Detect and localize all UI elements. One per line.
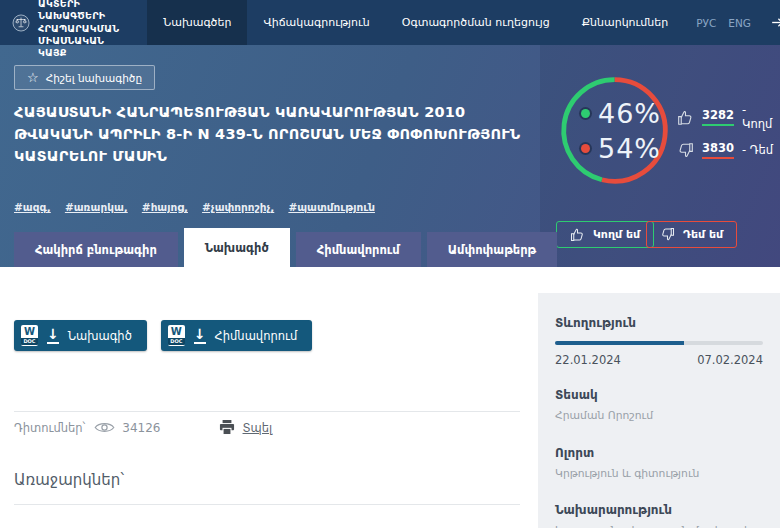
- against-percent: 54%: [598, 133, 661, 164]
- divider: [14, 504, 520, 505]
- tab-justification[interactable]: Հիմնավորում: [296, 232, 421, 267]
- nav-item-user-guide[interactable]: Օգտագործման ուղեցույց: [386, 0, 566, 45]
- vote-donut-chart: 46% 54%: [557, 73, 672, 188]
- for-dot-icon: [581, 109, 590, 118]
- thumb-down-icon: [660, 227, 675, 242]
- lang-rus[interactable]: РУС: [696, 17, 716, 29]
- views-print-row: Դիտումներ՝ 34126 Տպել: [14, 420, 272, 435]
- language-switcher: РУС ENG: [684, 0, 763, 45]
- vote-against-label: Դեմ եմ: [683, 228, 723, 241]
- against-votes-stat: 3830 - Դեմ: [677, 141, 773, 159]
- word-doc-icon: W DOC: [21, 325, 38, 346]
- type-value: Հրաման Որոշում: [555, 408, 763, 425]
- draft-title: ՀԱՅԱՍՏԱՆԻ ՀԱՆՐԱՊԵՏՈՒԹՅԱՆ ԿԱՌԱՎԱՐՈՒԹՅԱՆ 2…: [14, 102, 522, 167]
- hashtag[interactable]: #չափորոշիչ,: [202, 201, 274, 213]
- duration-label: Տևողություն: [555, 316, 763, 330]
- vote-for-button[interactable]: Կողմ եմ: [556, 221, 654, 248]
- details-sidebar: Տևողություն 22.01.2024 07.02.2024 Տեսակ …: [538, 293, 780, 528]
- download-justification-label: Հիմնավորում: [215, 329, 298, 343]
- download-draft-label: Նախագիծ: [68, 329, 132, 343]
- hashtag[interactable]: #առարկա,: [65, 201, 128, 213]
- download-icon: ↓: [47, 327, 59, 344]
- star-icon: ☆: [27, 71, 39, 84]
- print-button[interactable]: Տպել: [219, 420, 273, 435]
- hashtag-list: #ազգ, #առարկա, #հայոց, #չափորոշիչ, #պատմ…: [14, 196, 384, 215]
- header: ԻՐԱՎԱԿԱՆ ԱԿՏԵՐԻ ՆԱԽԱԳԾԵՐԻ ՀՐԱՊԱՐԱԿՄԱՆ ՄԻ…: [0, 0, 780, 45]
- divider: [14, 411, 520, 412]
- thumb-up-icon: [677, 109, 694, 126]
- voting-panel: 46% 54% 3282 - Կողմ: [540, 45, 780, 267]
- for-votes-stat: 3282 - Կողմ: [677, 103, 780, 131]
- duration-progress-bar: [555, 341, 763, 345]
- hero-banner: ☆ Հիշել նախագիծը ՀԱՅԱՍՏԱՆԻ ՀԱՆՐԱՊԵՏՈՒԹՅԱ…: [0, 45, 780, 267]
- for-percent-row: 46%: [581, 98, 672, 129]
- coat-of-arms-icon: [12, 6, 30, 40]
- print-label: Տպել: [243, 421, 273, 435]
- sector-label: Ոլորտ: [555, 446, 763, 460]
- nav-item-drafts[interactable]: Նախագծեր: [147, 0, 247, 45]
- against-dot-icon: [581, 144, 590, 153]
- ministry-value: Կրթության, գիտության,մշակույթի և սպորտի …: [555, 523, 763, 528]
- against-count-link[interactable]: 3830: [702, 141, 734, 159]
- site-logo[interactable]: ԻՐԱՎԱԿԱՆ ԱԿՏԵՐԻ ՆԱԽԱԳԾԵՐԻ ՀՐԱՊԱՐԱԿՄԱՆ ՄԻ…: [0, 0, 147, 45]
- download-buttons: W DOC ↓ Նախագիծ W DOC ↓ Հիմնավորում: [14, 320, 312, 351]
- for-count-link[interactable]: 3282: [702, 108, 734, 126]
- type-label: Տեսակ: [555, 388, 763, 402]
- document-tabs: Հակիրճ բնութագիր Նախագիծ Հիմնավորում Ամփ…: [14, 228, 557, 267]
- tab-draft[interactable]: Նախագիծ: [184, 228, 290, 267]
- sector-value: Կրթություն և գիտություն: [555, 466, 763, 483]
- tab-brief-description[interactable]: Հակիրճ բնութագիր: [14, 232, 178, 267]
- page: ԻՐԱՎԱԿԱՆ ԱԿՏԵՐԻ ՆԱԽԱԳԾԵՐԻ ՀՐԱՊԱՐԱԿՄԱՆ ՄԻ…: [0, 0, 780, 528]
- thumb-down-icon: [677, 142, 694, 159]
- download-justification-button[interactable]: W DOC ↓ Հիմնավորում: [161, 320, 312, 351]
- for-percent: 46%: [598, 98, 661, 129]
- site-name: ԻՐԱՎԱԿԱՆ ԱԿՏԵՐԻ ՆԱԽԱԳԾԵՐԻ ՀՐԱՊԱՐԱԿՄԱՆ ՄԻ…: [38, 0, 135, 60]
- duration-end-date: 07.02.2024: [697, 353, 763, 367]
- download-icon: ↓: [194, 327, 206, 344]
- vote-against-button[interactable]: Դեմ եմ: [646, 221, 737, 248]
- vote-for-label: Կողմ եմ: [593, 228, 640, 241]
- views-label: Դիտումներ՝: [14, 421, 85, 435]
- bookmark-draft-button[interactable]: ☆ Հիշել նախագիծը: [14, 65, 155, 90]
- against-label: - Դեմ: [742, 143, 773, 157]
- lang-eng[interactable]: ENG: [728, 17, 751, 29]
- tab-summary-sheet[interactable]: Ամփոփաթերթ: [427, 232, 558, 267]
- eye-icon: [94, 421, 115, 434]
- suggestions-heading: Առաջարկներ՝: [14, 471, 124, 489]
- word-doc-icon: W DOC: [168, 325, 185, 346]
- against-percent-row: 54%: [581, 133, 672, 164]
- views-count: 34126: [122, 421, 160, 435]
- login-icon: [771, 15, 780, 30]
- download-draft-button[interactable]: W DOC ↓ Նախագիծ: [14, 320, 147, 351]
- login-button[interactable]: Մուտք: [763, 0, 780, 45]
- nav-item-statistics[interactable]: Վիճակագրություն: [247, 0, 385, 45]
- nav-item-discussions[interactable]: Քննարկումներ: [566, 0, 685, 45]
- ministry-label: Նախարարություն: [555, 503, 763, 517]
- for-label: - Կողմ: [742, 103, 780, 131]
- hashtag[interactable]: #ազգ,: [14, 201, 51, 213]
- main-nav: Նախագծեր Վիճակագրություն Օգտագործման ուղ…: [147, 0, 780, 45]
- duration-progress-fill: [555, 341, 684, 345]
- hashtag[interactable]: #պատմություն: [288, 201, 375, 213]
- hashtag[interactable]: #հայոց,: [142, 201, 188, 213]
- bookmark-label: Հիշել նախագիծը: [46, 72, 142, 84]
- printer-icon: [219, 420, 235, 435]
- duration-start-date: 22.01.2024: [555, 353, 621, 367]
- thumb-up-icon: [570, 227, 585, 242]
